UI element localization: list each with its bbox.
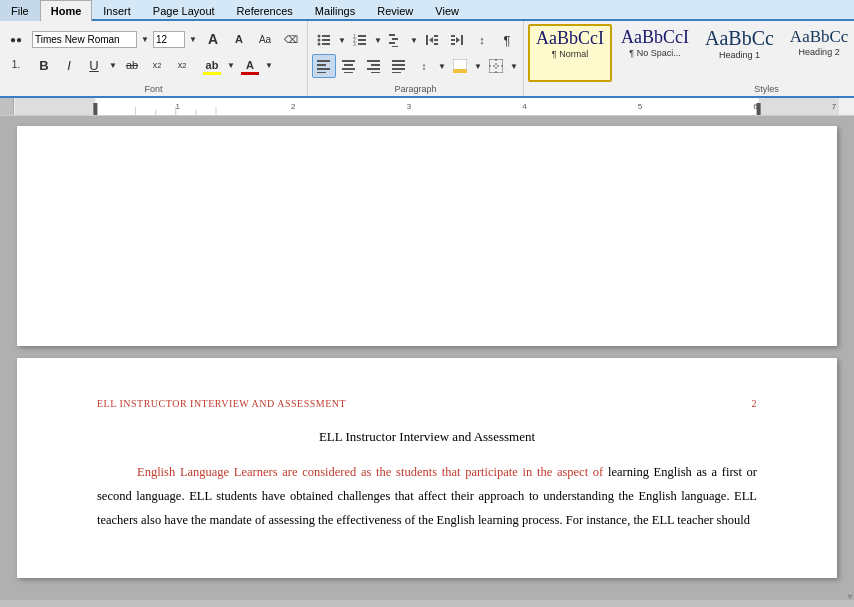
tab-page-layout[interactable]: Page Layout: [142, 0, 226, 21]
style-nospacing-label: ¶ No Spaci...: [629, 48, 680, 58]
svg-rect-32: [342, 68, 355, 70]
svg-text:5: 5: [638, 102, 643, 111]
justify-btn[interactable]: [387, 54, 411, 78]
first-sentence-red: English Language Learners are considered…: [137, 465, 603, 479]
svg-rect-49: [759, 98, 839, 115]
tab-review[interactable]: Review: [366, 0, 424, 21]
svg-point-2: [318, 39, 321, 42]
line-spacing-dropdown[interactable]: ▼: [437, 54, 447, 78]
style-heading1-label: Heading 1: [719, 50, 760, 60]
style-no-spacing[interactable]: AaBbCcI ¶ No Spaci...: [614, 24, 696, 82]
svg-rect-14: [389, 42, 395, 44]
tab-mailings[interactable]: Mailings: [304, 0, 366, 21]
tab-references[interactable]: References: [226, 0, 304, 21]
svg-rect-17: [434, 35, 438, 37]
decrease-indent-btn[interactable]: [420, 28, 444, 52]
font-color-dropdown[interactable]: ▼: [263, 53, 275, 77]
svg-rect-9: [358, 39, 366, 41]
header-text: ELL INSTRUCTOR INTERVIEW AND ASSESSMENT: [97, 398, 346, 409]
multilevel-list-btn[interactable]: [384, 28, 408, 52]
sort-btn[interactable]: ↕: [470, 28, 494, 52]
numbering-list-btn[interactable]: 1.2.3.: [348, 28, 372, 52]
bold-btn[interactable]: B: [32, 53, 56, 77]
tab-insert[interactable]: Insert: [92, 0, 142, 21]
svg-rect-1: [322, 35, 330, 37]
tab-view[interactable]: View: [424, 0, 470, 21]
svg-rect-48: [15, 98, 95, 115]
svg-rect-25: [461, 35, 463, 45]
change-case-btn[interactable]: Aa: [253, 27, 277, 51]
subscript-btn[interactable]: x2: [145, 53, 169, 77]
font-size-input[interactable]: [153, 31, 185, 48]
grow-font-btn[interactable]: A: [201, 27, 225, 51]
bullets-list-btn[interactable]: [312, 28, 336, 52]
doc-body[interactable]: English Language Learners are considered…: [97, 461, 757, 532]
svg-rect-41: [392, 72, 401, 73]
svg-rect-47: [15, 98, 839, 115]
doc-title[interactable]: ELL Instructor Interview and Assessment: [97, 429, 757, 445]
ribbon-tabs: File Home Insert Page Layout References …: [0, 0, 854, 21]
style-heading1[interactable]: AaBbCc Heading 1: [698, 24, 781, 82]
style-heading2-preview: AaBbCc: [790, 28, 849, 45]
svg-rect-23: [451, 39, 455, 41]
svg-rect-39: [392, 64, 405, 66]
superscript-btn[interactable]: x2: [170, 53, 194, 77]
svg-marker-16: [429, 37, 433, 43]
strikethrough-btn[interactable]: ab: [120, 53, 144, 77]
styles-group: AaBbCcI ¶ Normal AaBbCcI ¶ No Spaci... A…: [524, 21, 854, 96]
shrink-font-btn[interactable]: A: [227, 27, 251, 51]
svg-rect-44: [489, 59, 503, 73]
numbering-dropdown[interactable]: ▼: [373, 28, 383, 52]
font-color-btn[interactable]: A: [238, 53, 262, 77]
svg-text:7: 7: [832, 102, 837, 111]
bullets-dropdown[interactable]: ▼: [337, 28, 347, 52]
highlight-dropdown[interactable]: ▼: [225, 53, 237, 77]
svg-rect-26: [317, 60, 330, 62]
svg-rect-30: [342, 60, 355, 62]
font-name-input[interactable]: [32, 31, 137, 48]
increase-indent-btn[interactable]: [445, 28, 469, 52]
svg-rect-27: [317, 64, 326, 66]
ruler-inner: 1 2 3 4 5 6 7: [15, 98, 839, 115]
underline-btn[interactable]: U: [82, 53, 106, 77]
svg-rect-22: [451, 35, 455, 37]
style-heading2[interactable]: AaBbCc Heading 2: [783, 24, 854, 82]
line-spacing-btn[interactable]: ↕: [412, 54, 436, 78]
font-name-dropdown[interactable]: ▼: [139, 27, 151, 51]
style-normal-label: ¶ Normal: [552, 49, 588, 59]
svg-text:4: 4: [522, 102, 527, 111]
clear-format-btn[interactable]: ⌫: [279, 27, 303, 51]
svg-rect-13: [392, 38, 398, 40]
align-center-btn[interactable]: [337, 54, 361, 78]
multilevel-dropdown[interactable]: ▼: [409, 28, 419, 52]
align-right-btn[interactable]: [362, 54, 386, 78]
format-buttons: B I U ▼ ab x2 x2 ab ▼: [32, 53, 303, 77]
svg-marker-21: [456, 37, 460, 43]
pilcrow-btn[interactable]: ¶: [495, 28, 519, 52]
svg-text:1: 1: [176, 102, 181, 111]
numbering-btn[interactable]: 1.: [4, 53, 28, 77]
svg-rect-11: [358, 43, 366, 45]
italic-btn[interactable]: I: [57, 53, 81, 77]
style-normal[interactable]: AaBbCcI ¶ Normal: [528, 24, 612, 82]
svg-rect-38: [392, 60, 405, 62]
font-section-label: Font: [4, 82, 303, 94]
shading-btn[interactable]: [448, 54, 472, 78]
font-size-dropdown[interactable]: ▼: [187, 27, 199, 51]
highlight-btn[interactable]: ab: [200, 53, 224, 77]
tab-file[interactable]: File: [0, 0, 40, 21]
underline-dropdown[interactable]: ▼: [107, 53, 119, 77]
svg-rect-18: [434, 39, 438, 41]
svg-point-0: [318, 35, 321, 38]
bullets-btn[interactable]: ●●: [4, 28, 28, 52]
align-left-btn[interactable]: [312, 54, 336, 78]
font-dialog-launcher[interactable]: ▿: [848, 592, 852, 600]
borders-dropdown[interactable]: ▼: [509, 54, 519, 78]
font-group: ●● 1. ▼ ▼ A A Aa ⌫: [0, 21, 308, 96]
ruler: 1 2 3 4 5 6 7: [0, 98, 854, 116]
shading-dropdown[interactable]: ▼: [473, 54, 483, 78]
borders-btn[interactable]: [484, 54, 508, 78]
style-heading1-preview: AaBbCc: [705, 28, 774, 48]
tab-home[interactable]: Home: [40, 0, 93, 21]
page-1: [17, 126, 837, 346]
